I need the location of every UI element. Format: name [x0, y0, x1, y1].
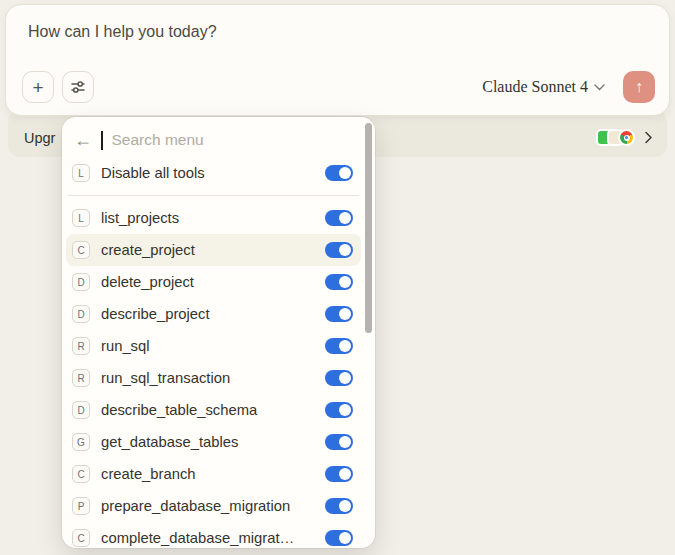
item-label: prepare_database_migration	[101, 498, 314, 514]
shortcut-badge: P	[72, 497, 90, 515]
item-label: create_project	[101, 242, 314, 258]
toggle[interactable]	[325, 242, 353, 258]
item-label: run_sql_transaction	[101, 370, 314, 386]
menu-item[interactable]: D describe_project	[66, 298, 361, 330]
toggle-knob	[339, 212, 352, 225]
item-label: complete_database_migrat…	[101, 530, 314, 546]
toggle-knob	[339, 167, 352, 180]
item-label: Disable all tools	[101, 165, 314, 181]
toggle-knob	[339, 372, 352, 385]
toggle-knob	[339, 468, 352, 481]
toggle[interactable]	[325, 402, 353, 418]
menu-item[interactable]: L list_projects	[66, 202, 361, 234]
menu-item[interactable]: D describe_table_schema	[66, 394, 361, 426]
scrollbar-thumb[interactable]	[365, 123, 372, 333]
chrome-core	[625, 136, 628, 139]
menu-item[interactable]: D delete_project	[66, 266, 361, 298]
menu-item[interactable]: P prepare_database_migration	[66, 490, 361, 522]
item-label: describe_table_schema	[101, 402, 314, 418]
menu-divider	[68, 195, 359, 196]
menu-item-list: L list_projects C create_project D delet…	[66, 202, 361, 548]
model-name: Claude Sonnet 4	[482, 78, 588, 96]
item-label: run_sql	[101, 338, 314, 354]
toggle[interactable]	[325, 434, 353, 450]
toggle-knob	[339, 244, 352, 257]
toggle[interactable]	[325, 466, 353, 482]
toggle[interactable]	[325, 370, 353, 386]
shortcut-badge: C	[72, 241, 90, 259]
item-label: create_branch	[101, 466, 314, 482]
item-label: get_database_tables	[101, 434, 314, 450]
chevron-right-icon[interactable]	[644, 131, 653, 144]
app-icon-stack	[596, 129, 635, 146]
toggle[interactable]	[325, 165, 353, 181]
toggle-knob	[339, 276, 352, 289]
toggle[interactable]	[325, 306, 353, 322]
arrow-up-icon: ↑	[635, 78, 643, 96]
banner-right	[596, 129, 653, 146]
message-composer[interactable]: How can I help you today? + Claude Sonne…	[5, 4, 670, 116]
item-label: delete_project	[101, 274, 314, 290]
shortcut-badge: D	[72, 273, 90, 291]
toggle-knob	[339, 500, 352, 513]
shortcut-badge: C	[72, 529, 90, 547]
shortcut-badge: L	[72, 209, 90, 227]
plus-button[interactable]: +	[22, 71, 54, 103]
disable-all-tools-item[interactable]: L Disable all tools	[66, 157, 361, 189]
menu-item[interactable]: R run_sql	[66, 330, 361, 362]
shortcut-badge: L	[72, 164, 90, 182]
toggle[interactable]	[325, 338, 353, 354]
shortcut-badge: R	[72, 337, 90, 355]
toggle-knob	[339, 340, 352, 353]
message-input[interactable]: How can I help you today?	[28, 23, 653, 41]
item-label: list_projects	[101, 210, 314, 226]
sliders-icon	[70, 79, 86, 95]
toggle-knob	[339, 532, 352, 545]
tools-settings-button[interactable]	[62, 71, 94, 103]
shortcut-badge: D	[72, 401, 90, 419]
menu-item[interactable]: C create_branch	[66, 458, 361, 490]
chevron-down-icon	[594, 84, 605, 91]
banner-label: Upgr	[24, 130, 55, 146]
toggle[interactable]	[325, 498, 353, 514]
menu-item[interactable]: C create_project	[66, 234, 361, 266]
model-selector-button[interactable]: Claude Sonnet 4	[482, 78, 605, 96]
toggle-knob	[339, 436, 352, 449]
chrome-icon	[618, 129, 635, 146]
toggle[interactable]	[325, 530, 353, 546]
app-screen: How can I help you today? + Claude Sonne…	[0, 0, 675, 555]
shortcut-badge: D	[72, 305, 90, 323]
plus-icon: +	[32, 78, 43, 97]
toggle[interactable]	[325, 274, 353, 290]
shortcut-badge: R	[72, 369, 90, 387]
back-arrow-icon[interactable]: ←	[74, 131, 92, 149]
tools-menu: ← L Disable all tools L list_projects C …	[62, 117, 375, 548]
shortcut-badge: C	[72, 465, 90, 483]
menu-search-input[interactable]	[112, 131, 354, 149]
menu-search-row: ←	[66, 123, 361, 157]
composer-toolbar: + Claude Sonnet 4 ↑	[22, 71, 655, 103]
menu-item[interactable]: C complete_database_migrat…	[66, 522, 361, 548]
shortcut-badge: G	[72, 433, 90, 451]
toggle-knob	[339, 404, 352, 417]
toggle[interactable]	[325, 210, 353, 226]
text-caret	[101, 131, 103, 150]
toggle-knob	[339, 308, 352, 321]
item-label: describe_project	[101, 306, 314, 322]
send-button[interactable]: ↑	[623, 71, 655, 103]
menu-item[interactable]: R run_sql_transaction	[66, 362, 361, 394]
menu-item[interactable]: G get_database_tables	[66, 426, 361, 458]
